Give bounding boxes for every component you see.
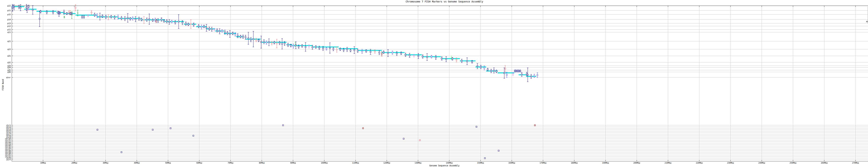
marker-square bbox=[293, 46, 294, 47]
marker-square bbox=[379, 52, 380, 53]
marker-square bbox=[477, 65, 478, 67]
x-tick-label: 60Mbp bbox=[196, 162, 202, 164]
marker-square bbox=[219, 31, 220, 32]
marker-square bbox=[46, 12, 48, 13]
x-tick-label: 80Mbp bbox=[259, 162, 265, 164]
marker-square bbox=[353, 50, 355, 51]
marker-square bbox=[124, 18, 125, 19]
x-tick-label: 70Mbp bbox=[227, 162, 233, 164]
marker-square bbox=[135, 19, 136, 20]
marker-square bbox=[520, 71, 521, 72]
marker-square bbox=[102, 16, 103, 17]
marker-square bbox=[66, 13, 67, 14]
marker-square bbox=[409, 55, 410, 56]
marker-square bbox=[274, 42, 275, 43]
marker-square bbox=[141, 19, 142, 20]
marker-square bbox=[178, 21, 179, 22]
fish-band-tick-label: q31 bbox=[7, 55, 11, 57]
x-tick-label: 90Mbp bbox=[290, 162, 296, 164]
marker-square bbox=[27, 8, 28, 10]
marker-square bbox=[204, 26, 205, 27]
marker-square bbox=[287, 44, 289, 46]
marker-square bbox=[114, 17, 115, 18]
marker-square bbox=[295, 45, 297, 46]
x-tick-label: 260Mbp bbox=[821, 162, 828, 164]
marker-square bbox=[383, 52, 384, 53]
marker-square bbox=[326, 48, 327, 49]
x-tick-label: 160Mbp bbox=[508, 162, 515, 164]
fish-band-tick-label: q22 bbox=[7, 48, 11, 51]
x-tick-label: 220Mbp bbox=[696, 162, 703, 164]
fish-band-tick-label: p21 bbox=[7, 9, 11, 12]
x-tick-label: 40Mbp bbox=[134, 162, 140, 164]
marker-square bbox=[427, 57, 428, 58]
marker-square bbox=[315, 47, 316, 48]
marker-square bbox=[152, 129, 153, 130]
marker-square bbox=[487, 69, 488, 70]
marker-square bbox=[405, 54, 406, 55]
marker-square bbox=[138, 18, 140, 20]
marker-diamond bbox=[456, 59, 457, 61]
marker-square bbox=[146, 19, 147, 20]
marker-square bbox=[388, 53, 389, 54]
marker-square bbox=[521, 74, 522, 75]
marker-square bbox=[19, 6, 20, 8]
marker-square bbox=[26, 7, 27, 8]
marker-square bbox=[322, 48, 323, 49]
marker-diamond bbox=[504, 68, 506, 69]
x-tick-label: 250Mbp bbox=[789, 162, 797, 164]
marker-square bbox=[83, 16, 85, 18]
plot-frame bbox=[12, 6, 868, 161]
marker-square bbox=[96, 15, 98, 16]
marker-square bbox=[366, 51, 367, 52]
marker-square bbox=[350, 50, 351, 51]
marker-diamond bbox=[374, 51, 376, 52]
marker-square bbox=[227, 32, 228, 34]
marker-square bbox=[13, 7, 14, 8]
fish-band-tick-label: p22 bbox=[7, 5, 11, 7]
x-tick-label: 270Mbp bbox=[852, 162, 859, 164]
marker-square bbox=[127, 18, 128, 19]
x-tick-label: 230Mbp bbox=[727, 162, 734, 164]
marker-diamond bbox=[91, 12, 92, 13]
marker-square bbox=[63, 12, 65, 13]
marker-square bbox=[209, 28, 210, 29]
x-tick-label: 210Mbp bbox=[664, 162, 672, 164]
marker-square bbox=[370, 51, 371, 53]
marker-square bbox=[268, 42, 270, 43]
marker-square bbox=[340, 49, 341, 50]
x-axis-label: Genome Sequence Assembly bbox=[0, 164, 868, 167]
marker-square bbox=[527, 74, 528, 76]
marker-square bbox=[245, 37, 246, 38]
marker-square bbox=[58, 12, 59, 13]
fish-band-tick-label: p12 bbox=[7, 25, 11, 27]
marker-square bbox=[484, 67, 485, 68]
marker-diamond bbox=[381, 53, 383, 55]
marker-square bbox=[206, 27, 207, 29]
x-tick-label: 30Mbp bbox=[102, 162, 108, 164]
fish-band-tick-label: qter bbox=[6, 76, 11, 79]
marker-square bbox=[476, 126, 477, 127]
marker-square bbox=[329, 48, 331, 49]
marker-square bbox=[496, 71, 497, 72]
x-tick-label: 200Mbp bbox=[633, 162, 640, 164]
marker-square bbox=[221, 30, 223, 32]
marker-square bbox=[70, 13, 71, 14]
x-tick-label: 140Mbp bbox=[446, 162, 453, 164]
x-tick-label: 180Mbp bbox=[571, 162, 578, 164]
marker-square bbox=[157, 20, 159, 21]
marker-square bbox=[333, 49, 334, 50]
marker-square bbox=[284, 43, 285, 44]
x-tick-label: 10Mbp bbox=[40, 162, 46, 164]
marker-square bbox=[32, 9, 33, 10]
marker-square bbox=[282, 43, 283, 45]
marker-square bbox=[82, 16, 83, 18]
marker-square bbox=[298, 46, 299, 47]
marker-square bbox=[12, 7, 13, 8]
marker-square bbox=[111, 16, 112, 18]
chromosome-row-tick-label: chrY bbox=[6, 159, 11, 161]
marker-square bbox=[466, 61, 468, 62]
marker-square bbox=[431, 56, 432, 57]
marker-square bbox=[260, 41, 262, 43]
marker-square bbox=[28, 6, 29, 7]
